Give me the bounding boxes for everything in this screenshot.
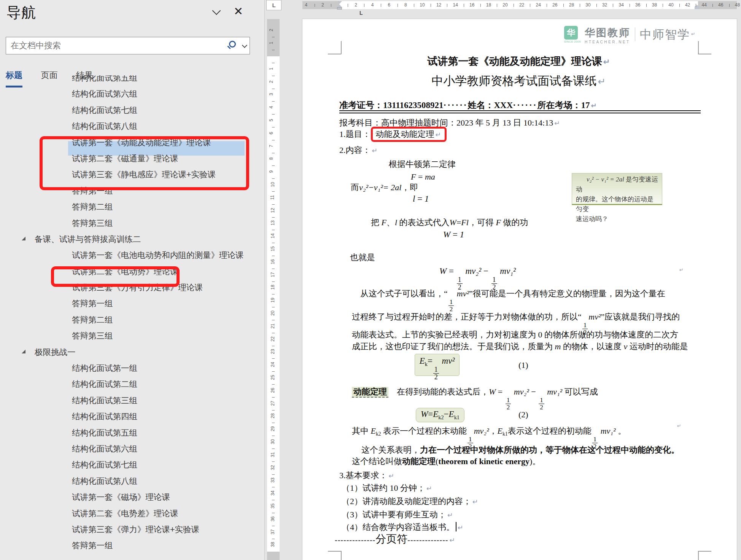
nav-item[interactable]: 试讲第二套《电势差》理论课 [0,505,265,521]
ruler-number: 35 [270,503,275,508]
ruler-number: 20 [502,2,507,8]
search-icon[interactable] [229,41,236,48]
ruler-tick [272,37,275,37]
ruler-number: 25 [270,375,275,380]
nav-item[interactable]: 结构化面试第二组 [0,375,265,391]
nav-item[interactable]: 结构化面试第一组 [0,360,265,375]
ruler-tick [272,153,275,153]
annotation-red-box-1 [40,136,249,190]
nav-item[interactable]: 结构化面试第八组 [0,473,265,488]
tab-stop-marker[interactable]: L [359,10,363,16]
question-topic-line: 1.题目：动能及动能定理↵ [339,129,447,140]
collapse-triangle-icon[interactable] [22,237,25,240]
nav-item[interactable]: 备课、试讲与答辩拔高训练二 [0,231,265,247]
ruler-tick [272,217,275,218]
ruler-tick [729,4,730,7]
ruler-tick [272,178,275,179]
ruler-number: 4 [305,2,307,8]
ruler-tick [431,4,431,7]
nav-item[interactable]: 答辩第三组 [0,327,265,343]
ruler-tick [272,346,275,346]
search-options-caret-icon[interactable] [242,43,247,48]
paragraph-line: 成正比，这也印证了我们的想法。于是我们说，质量为 m 的物体，以速度 v 运动时… [352,341,688,352]
close-icon[interactable]: ✕ [234,5,243,18]
nav-item[interactable]: 结构化面试第四组 [0,408,265,424]
ruler-number: 6 [388,2,390,8]
text-cursor [456,522,456,531]
ruler-tick [315,4,315,7]
ruler-number: 17 [270,272,275,277]
nav-item[interactable]: 结构化面试第五组 [0,75,265,85]
ruler-tick [272,487,275,487]
nav-item[interactable]: 试讲第一套《电池电动势和内阻的测量》理论课 [0,247,265,262]
logo-since-text: SINCE 2009 [564,40,581,43]
nav-item[interactable]: 答辩第二组 [0,311,265,327]
search-input[interactable] [11,37,216,54]
nav-item[interactable]: 答辩第一组 [0,537,265,553]
requirements-title: 3.基本要求：↵ [339,470,394,482]
ruler-tick [630,4,630,7]
equation-fma: F = ma [411,171,435,183]
ruler-tick [272,204,275,205]
collapse-triangle-icon[interactable] [22,350,25,353]
ruler-number: 10 [420,2,425,8]
left-indent-marker[interactable] [337,7,342,10]
pilcrow-mark: ↵ [389,472,394,480]
tab-selector-button[interactable]: L [266,0,281,10]
page-break-line: --------------分页符--------------↵ [335,533,455,546]
ruler-tick [272,474,275,475]
nav-item-label: 试讲第一套《电池电动势和内阻的测量》理论课 [72,250,244,261]
ruler-number: 12 [436,2,441,8]
body-line: 而v₂²−v₁²= 2al，即 [351,182,418,193]
pilcrow-mark: ↵ [598,76,606,87]
equation-l: l = 1 [413,193,429,205]
ruler-number: 12 [270,208,275,213]
pilcrow-mark: ↵ [436,131,441,138]
body-line: 也就是 [350,252,375,263]
nav-item[interactable]: 结构化面试第六组 [0,440,265,456]
nav-item[interactable]: 结构化面试第七组 [0,456,265,472]
nav-item[interactable]: 结构化面试第五组 [0,424,265,440]
ruler-tick [497,4,497,7]
nav-item-label: 结构化面试第六组 [72,88,137,99]
ruler-tick [514,4,514,7]
ruler-number: 18 [486,2,491,8]
pilcrow-mark: ↵ [472,498,478,506]
ruler-number: 26 [552,2,557,8]
ruler-number: 14 [270,234,275,239]
ruler-number: 8 [404,2,407,8]
ruler-tick [712,4,713,7]
ruler-number: 5 [269,119,274,122]
nav-item[interactable]: 结构化面试第三组 [0,392,265,408]
nav-item[interactable]: 答辩第一组 [0,295,265,311]
navigation-pane: 导航 ✕ 标题 页面 结果 结构化面试第五组结构化面试第六组结构化面试第七组结构… [0,0,265,560]
nav-item[interactable]: 极限挑战一 [0,344,265,360]
ruler-tick [381,4,381,7]
candidate-info-line: 准考证号：13111623508921······姓名：XXX······所在考… [339,100,597,111]
nav-item-label: 结构化面试第一组 [72,363,137,374]
vertical-ruler: 2112345678910111213141516171819202122232… [267,11,280,560]
ruler-number: 24 [536,2,541,8]
ruler-number: 28 [569,2,574,8]
nav-item-label: 结构化面试第七组 [72,459,137,470]
nav-item[interactable]: 结构化面试第八组 [0,118,265,134]
nav-item[interactable]: 结构化面试第六组 [0,85,265,101]
ruler-tick [646,4,647,7]
nav-item-label: 试讲第三套《弹力》理论课+实验课 [72,524,199,535]
nav-item[interactable]: 结构化面试第七组 [0,102,265,118]
body-line: 把 F、l 的表达式代入W=Fl，可得 F 做的功 [371,217,528,228]
requirement-item: （3）试讲中要有师生互动；↵ [342,509,453,521]
ruler-number: 37 [270,529,275,534]
nav-item-label: 结构化面试第四组 [72,411,137,422]
nav-item[interactable]: 试讲第一套《磁场》理论课 [0,488,265,504]
content-label-line: 2.内容：↵ [339,145,377,156]
nav-item-label: 结构化面试第五组 [72,427,137,438]
ruler-tick [272,76,275,76]
nav-item[interactable]: 答辩第三组 [0,215,265,231]
paragraph-line: 这个结论叫做动能定理(theorem of kinetic energy)。 [352,456,541,467]
nav-item[interactable]: 答辩第二组 [0,198,265,214]
nav-item[interactable]: 试讲第三套《弹力》理论课+实验课 [0,521,265,537]
document-page[interactable]: 华 SINCE 2009 华图教师 HTEACHER.NET 中师智学 ↵ 试讲… [302,19,737,560]
chevron-down-icon[interactable] [211,8,221,15]
ruler-number: 32 [602,2,607,8]
